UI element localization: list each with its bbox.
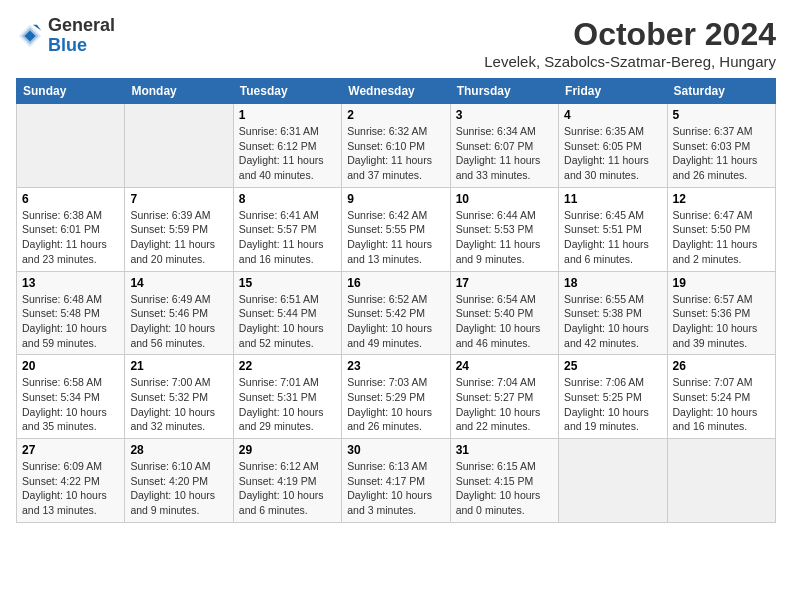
logo-icon <box>16 22 44 50</box>
calendar-cell: 18Sunrise: 6:55 AMSunset: 5:38 PMDayligh… <box>559 271 667 355</box>
calendar-table: SundayMondayTuesdayWednesdayThursdayFrid… <box>16 78 776 523</box>
calendar-cell: 10Sunrise: 6:44 AMSunset: 5:53 PMDayligh… <box>450 187 558 271</box>
day-info: Sunrise: 6:10 AMSunset: 4:20 PMDaylight:… <box>130 459 227 518</box>
day-number: 30 <box>347 443 444 457</box>
day-number: 7 <box>130 192 227 206</box>
day-info: Sunrise: 6:45 AMSunset: 5:51 PMDaylight:… <box>564 208 661 267</box>
day-number: 6 <box>22 192 119 206</box>
calendar-cell <box>125 104 233 188</box>
calendar-cell: 28Sunrise: 6:10 AMSunset: 4:20 PMDayligh… <box>125 439 233 523</box>
calendar-cell <box>559 439 667 523</box>
day-info: Sunrise: 6:31 AMSunset: 6:12 PMDaylight:… <box>239 124 336 183</box>
calendar-cell: 8Sunrise: 6:41 AMSunset: 5:57 PMDaylight… <box>233 187 341 271</box>
day-info: Sunrise: 6:54 AMSunset: 5:40 PMDaylight:… <box>456 292 553 351</box>
calendar-cell: 5Sunrise: 6:37 AMSunset: 6:03 PMDaylight… <box>667 104 775 188</box>
calendar-cell: 25Sunrise: 7:06 AMSunset: 5:25 PMDayligh… <box>559 355 667 439</box>
weekday-header-wednesday: Wednesday <box>342 79 450 104</box>
day-number: 3 <box>456 108 553 122</box>
day-number: 28 <box>130 443 227 457</box>
title-block: October 2024 Levelek, Szabolcs-Szatmar-B… <box>484 16 776 70</box>
calendar-week-4: 20Sunrise: 6:58 AMSunset: 5:34 PMDayligh… <box>17 355 776 439</box>
calendar-cell: 23Sunrise: 7:03 AMSunset: 5:29 PMDayligh… <box>342 355 450 439</box>
calendar-cell: 13Sunrise: 6:48 AMSunset: 5:48 PMDayligh… <box>17 271 125 355</box>
weekday-header-sunday: Sunday <box>17 79 125 104</box>
day-info: Sunrise: 6:38 AMSunset: 6:01 PMDaylight:… <box>22 208 119 267</box>
calendar-cell: 14Sunrise: 6:49 AMSunset: 5:46 PMDayligh… <box>125 271 233 355</box>
calendar-cell: 29Sunrise: 6:12 AMSunset: 4:19 PMDayligh… <box>233 439 341 523</box>
calendar-cell: 9Sunrise: 6:42 AMSunset: 5:55 PMDaylight… <box>342 187 450 271</box>
calendar-cell: 27Sunrise: 6:09 AMSunset: 4:22 PMDayligh… <box>17 439 125 523</box>
day-number: 18 <box>564 276 661 290</box>
calendar-cell: 30Sunrise: 6:13 AMSunset: 4:17 PMDayligh… <box>342 439 450 523</box>
calendar-cell: 12Sunrise: 6:47 AMSunset: 5:50 PMDayligh… <box>667 187 775 271</box>
calendar-cell: 26Sunrise: 7:07 AMSunset: 5:24 PMDayligh… <box>667 355 775 439</box>
day-number: 17 <box>456 276 553 290</box>
day-info: Sunrise: 6:55 AMSunset: 5:38 PMDaylight:… <box>564 292 661 351</box>
day-info: Sunrise: 6:09 AMSunset: 4:22 PMDaylight:… <box>22 459 119 518</box>
day-number: 26 <box>673 359 770 373</box>
day-info: Sunrise: 6:32 AMSunset: 6:10 PMDaylight:… <box>347 124 444 183</box>
calendar-cell <box>667 439 775 523</box>
day-number: 14 <box>130 276 227 290</box>
calendar-cell: 20Sunrise: 6:58 AMSunset: 5:34 PMDayligh… <box>17 355 125 439</box>
calendar-cell: 17Sunrise: 6:54 AMSunset: 5:40 PMDayligh… <box>450 271 558 355</box>
day-info: Sunrise: 6:52 AMSunset: 5:42 PMDaylight:… <box>347 292 444 351</box>
day-info: Sunrise: 6:15 AMSunset: 4:15 PMDaylight:… <box>456 459 553 518</box>
day-info: Sunrise: 6:47 AMSunset: 5:50 PMDaylight:… <box>673 208 770 267</box>
calendar-cell: 21Sunrise: 7:00 AMSunset: 5:32 PMDayligh… <box>125 355 233 439</box>
day-info: Sunrise: 7:06 AMSunset: 5:25 PMDaylight:… <box>564 375 661 434</box>
calendar-cell: 19Sunrise: 6:57 AMSunset: 5:36 PMDayligh… <box>667 271 775 355</box>
day-number: 9 <box>347 192 444 206</box>
calendar-cell: 22Sunrise: 7:01 AMSunset: 5:31 PMDayligh… <box>233 355 341 439</box>
calendar-cell: 2Sunrise: 6:32 AMSunset: 6:10 PMDaylight… <box>342 104 450 188</box>
day-number: 11 <box>564 192 661 206</box>
month-title: October 2024 <box>484 16 776 53</box>
day-info: Sunrise: 6:49 AMSunset: 5:46 PMDaylight:… <box>130 292 227 351</box>
day-info: Sunrise: 7:01 AMSunset: 5:31 PMDaylight:… <box>239 375 336 434</box>
calendar-cell: 15Sunrise: 6:51 AMSunset: 5:44 PMDayligh… <box>233 271 341 355</box>
day-info: Sunrise: 6:12 AMSunset: 4:19 PMDaylight:… <box>239 459 336 518</box>
day-info: Sunrise: 7:03 AMSunset: 5:29 PMDaylight:… <box>347 375 444 434</box>
day-info: Sunrise: 6:57 AMSunset: 5:36 PMDaylight:… <box>673 292 770 351</box>
day-number: 20 <box>22 359 119 373</box>
day-info: Sunrise: 6:51 AMSunset: 5:44 PMDaylight:… <box>239 292 336 351</box>
day-info: Sunrise: 6:58 AMSunset: 5:34 PMDaylight:… <box>22 375 119 434</box>
day-info: Sunrise: 7:00 AMSunset: 5:32 PMDaylight:… <box>130 375 227 434</box>
calendar-week-3: 13Sunrise: 6:48 AMSunset: 5:48 PMDayligh… <box>17 271 776 355</box>
calendar-week-1: 1Sunrise: 6:31 AMSunset: 6:12 PMDaylight… <box>17 104 776 188</box>
day-info: Sunrise: 6:41 AMSunset: 5:57 PMDaylight:… <box>239 208 336 267</box>
day-info: Sunrise: 6:44 AMSunset: 5:53 PMDaylight:… <box>456 208 553 267</box>
calendar-cell: 1Sunrise: 6:31 AMSunset: 6:12 PMDaylight… <box>233 104 341 188</box>
day-number: 22 <box>239 359 336 373</box>
day-number: 15 <box>239 276 336 290</box>
day-number: 25 <box>564 359 661 373</box>
calendar-cell: 16Sunrise: 6:52 AMSunset: 5:42 PMDayligh… <box>342 271 450 355</box>
day-number: 13 <box>22 276 119 290</box>
day-info: Sunrise: 7:04 AMSunset: 5:27 PMDaylight:… <box>456 375 553 434</box>
day-info: Sunrise: 6:39 AMSunset: 5:59 PMDaylight:… <box>130 208 227 267</box>
calendar-week-2: 6Sunrise: 6:38 AMSunset: 6:01 PMDaylight… <box>17 187 776 271</box>
day-number: 4 <box>564 108 661 122</box>
day-info: Sunrise: 6:48 AMSunset: 5:48 PMDaylight:… <box>22 292 119 351</box>
day-number: 8 <box>239 192 336 206</box>
day-number: 29 <box>239 443 336 457</box>
day-info: Sunrise: 6:42 AMSunset: 5:55 PMDaylight:… <box>347 208 444 267</box>
logo: General Blue <box>16 16 115 56</box>
day-number: 16 <box>347 276 444 290</box>
calendar-cell: 3Sunrise: 6:34 AMSunset: 6:07 PMDaylight… <box>450 104 558 188</box>
calendar-cell: 24Sunrise: 7:04 AMSunset: 5:27 PMDayligh… <box>450 355 558 439</box>
weekday-header-saturday: Saturday <box>667 79 775 104</box>
day-number: 10 <box>456 192 553 206</box>
day-number: 24 <box>456 359 553 373</box>
day-info: Sunrise: 7:07 AMSunset: 5:24 PMDaylight:… <box>673 375 770 434</box>
calendar-cell: 4Sunrise: 6:35 AMSunset: 6:05 PMDaylight… <box>559 104 667 188</box>
day-number: 27 <box>22 443 119 457</box>
day-info: Sunrise: 6:37 AMSunset: 6:03 PMDaylight:… <box>673 124 770 183</box>
weekday-header-tuesday: Tuesday <box>233 79 341 104</box>
day-number: 21 <box>130 359 227 373</box>
day-number: 1 <box>239 108 336 122</box>
page-header: General Blue October 2024 Levelek, Szabo… <box>16 16 776 70</box>
weekday-header-monday: Monday <box>125 79 233 104</box>
weekday-header-row: SundayMondayTuesdayWednesdayThursdayFrid… <box>17 79 776 104</box>
day-info: Sunrise: 6:13 AMSunset: 4:17 PMDaylight:… <box>347 459 444 518</box>
